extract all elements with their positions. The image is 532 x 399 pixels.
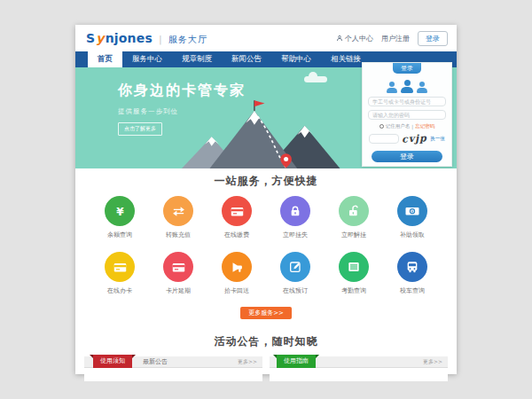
- services-title: 一站服务，方便快捷: [75, 174, 457, 189]
- captcha-row: cvjp 换一张: [363, 133, 451, 145]
- login-submit-button[interactable]: 登录: [372, 151, 442, 162]
- header-actions: 个人中心 用户注册 登录: [336, 31, 448, 46]
- user-register-link[interactable]: 用户注册: [381, 34, 410, 43]
- services-section: 一站服务，方便快捷 ¥ 余额查询 转账充值 在线缴费 立即挂失 立即解挂: [75, 168, 457, 319]
- card-icon: [163, 252, 193, 282]
- service-item-school-bus[interactable]: 校车查询: [387, 252, 437, 295]
- service-item-unfreeze[interactable]: 立即解挂: [329, 196, 379, 239]
- more-link-right[interactable]: 更多>>: [423, 358, 442, 366]
- logo[interactable]: Synjones | 服务大厅: [86, 31, 207, 46]
- personal-center-link[interactable]: 个人中心: [336, 34, 373, 43]
- hero-banner: 你身边的卡管专家 提供服务一步到位 点击了解更多 登录: [75, 67, 457, 168]
- hero-copy: 你身边的卡管专家 提供服务一步到位 点击了解更多: [118, 82, 246, 136]
- svg-text:¥: ¥: [116, 205, 124, 217]
- service-item-report-loss[interactable]: 立即挂失: [270, 196, 320, 239]
- forgot-password-link[interactable]: 忘记密码: [415, 123, 434, 129]
- panel-left-tabbar: 使用须知 最新公告 更多>>: [84, 356, 262, 368]
- transfer-arrows-icon: [163, 196, 193, 226]
- service-label: 卡片延期: [153, 286, 203, 295]
- captcha-image[interactable]: cvjp: [402, 132, 427, 145]
- user-register-label: 用户注册: [381, 34, 410, 43]
- nav-item-rules[interactable]: 规章制度: [172, 51, 222, 67]
- more-services-button[interactable]: 更多服务>>: [240, 307, 292, 319]
- service-item-online-booking[interactable]: 在线预订: [270, 252, 320, 295]
- logo-part1: S: [86, 31, 95, 45]
- top-header: Synjones | 服务大厅 个人中心 用户注册 登录: [75, 25, 457, 51]
- service-item-apply-card[interactable]: 在线办卡: [95, 252, 145, 295]
- service-label: 考勤查询: [329, 286, 379, 295]
- service-label: 转账充值: [153, 231, 203, 239]
- service-label: 在线办卡: [95, 286, 145, 295]
- lock-icon: [280, 196, 310, 226]
- announcement-panels: 使用须知 最新公告 更多>> 使用指南 更多>>: [75, 356, 457, 381]
- header-login-button[interactable]: 登录: [418, 31, 448, 46]
- card-icon: [105, 252, 135, 282]
- edit-icon: [280, 252, 310, 282]
- banknote-icon: ¥: [397, 196, 427, 226]
- username-input[interactable]: [368, 97, 446, 106]
- services-row-2: 在线办卡 卡片延期 拾卡回送 在线预订 考勤查询 校车查询: [75, 252, 457, 295]
- logo-part2: njones: [106, 31, 153, 45]
- bus-icon: [397, 252, 427, 282]
- tab-latest-announcements[interactable]: 最新公告: [143, 357, 168, 366]
- remember-checkbox[interactable]: [379, 124, 384, 129]
- person-icon: [401, 80, 413, 93]
- service-label: 补助领取: [387, 231, 437, 239]
- captcha-input[interactable]: [369, 134, 399, 144]
- panel-right-body: [270, 368, 448, 381]
- login-tab[interactable]: 登录: [393, 63, 421, 74]
- service-item-online-payment[interactable]: 在线缴费: [212, 196, 262, 239]
- login-panel: 登录 记住用户名 | 忘记密码 cvjp 换一张 登录: [362, 62, 452, 167]
- nav-item-news[interactable]: 新闻公告: [222, 51, 271, 67]
- services-row-1: ¥ 余额查询 转账充值 在线缴费 立即挂失 立即解挂 ¥ 补助领取: [75, 196, 457, 239]
- divider: |: [411, 124, 413, 129]
- nav-item-home[interactable]: 首页: [88, 51, 122, 67]
- person-icon: [417, 82, 427, 93]
- service-item-found-card[interactable]: 拾卡回送: [212, 252, 262, 295]
- service-label: 在线缴费: [212, 231, 262, 239]
- hero-title: 你身边的卡管专家: [118, 82, 246, 100]
- announcements-title: 活动公告，随时知晓: [75, 334, 457, 349]
- service-label: 校车查询: [387, 286, 437, 295]
- panel-right-tabbar: 使用指南 更多>>: [270, 356, 448, 368]
- service-label: 立即解挂: [329, 231, 379, 239]
- remember-label: 记住用户名: [386, 123, 411, 129]
- hero-cta-button[interactable]: 点击了解更多: [118, 122, 162, 136]
- nav-item-help-center[interactable]: 帮助中心: [271, 51, 321, 67]
- logo-accent: y: [96, 31, 104, 45]
- svg-text:¥: ¥: [411, 209, 414, 214]
- service-item-attendance[interactable]: 考勤查询: [329, 252, 379, 295]
- unlock-icon: [339, 196, 369, 226]
- hero-subtitle: 提供服务一步到位: [118, 107, 246, 116]
- tab-usage-notes[interactable]: 使用须知: [93, 355, 132, 368]
- service-item-card-extension[interactable]: 卡片延期: [153, 252, 203, 295]
- users-illustration: [363, 79, 451, 93]
- service-label: 在线预订: [270, 286, 320, 295]
- megaphone-icon: [222, 252, 252, 282]
- yuan-icon: ¥: [105, 196, 135, 226]
- tab-user-guide[interactable]: 使用指南: [277, 355, 316, 368]
- page-card: Synjones | 服务大厅 个人中心 用户注册 登录 首页 服务中心 规章制…: [75, 25, 457, 374]
- remember-row: 记住用户名 | 忘记密码: [363, 123, 451, 129]
- service-item-balance[interactable]: ¥ 余额查询: [95, 196, 145, 239]
- panel-left-body: [84, 368, 262, 381]
- user-icon: [336, 35, 343, 42]
- captcha-refresh-link[interactable]: 换一张: [430, 136, 445, 142]
- panel-left: 使用须知 最新公告 更多>>: [84, 356, 262, 381]
- nav-item-service-center[interactable]: 服务中心: [122, 51, 172, 67]
- service-item-subsidy[interactable]: ¥ 补助领取: [387, 196, 437, 239]
- password-input[interactable]: [368, 110, 446, 120]
- person-icon: [387, 82, 397, 93]
- logo-divider: |: [159, 34, 162, 45]
- cloud-decoration: [304, 76, 327, 82]
- site-name: 服务大厅: [168, 34, 207, 46]
- more-link-left[interactable]: 更多>>: [238, 358, 257, 366]
- panel-right: 使用指南 更多>>: [270, 356, 448, 381]
- service-item-transfer[interactable]: 转账充值: [153, 196, 203, 239]
- list-icon: [339, 252, 369, 282]
- service-label: 余额查询: [95, 231, 145, 239]
- service-label: 立即挂失: [270, 231, 320, 239]
- card-icon: [222, 196, 252, 226]
- personal-center-label: 个人中心: [345, 34, 373, 43]
- service-label: 拾卡回送: [212, 286, 262, 295]
